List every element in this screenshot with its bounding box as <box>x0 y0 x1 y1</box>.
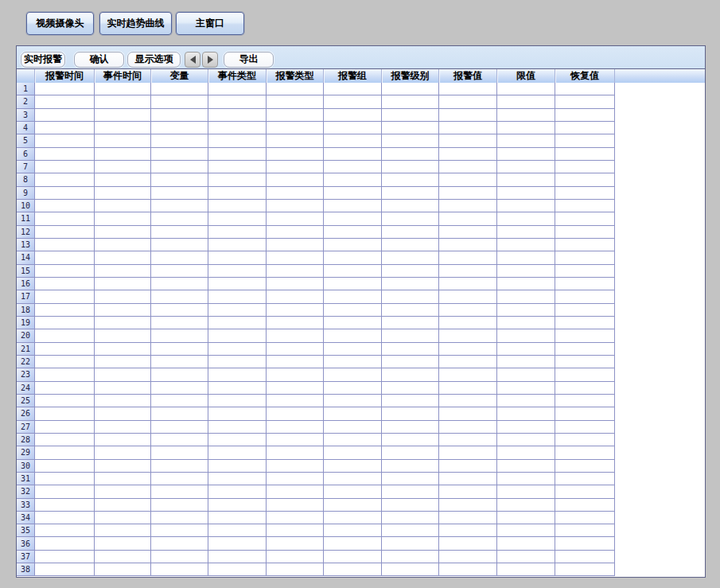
table-row[interactable]: 31 <box>17 473 705 485</box>
table-row[interactable]: 24 <box>17 382 705 395</box>
cell <box>151 290 208 303</box>
table-row[interactable]: 9 <box>17 187 705 200</box>
display-options-button[interactable]: 显示选项 <box>127 52 181 68</box>
cell <box>555 537 615 550</box>
table-row[interactable]: 18 <box>17 304 705 317</box>
cell <box>95 343 151 356</box>
table-row[interactable]: 38 <box>17 563 705 576</box>
cell <box>95 524 151 537</box>
table-row[interactable]: 29 <box>17 446 705 459</box>
cell <box>35 524 95 537</box>
cell <box>267 317 324 329</box>
cell <box>439 329 497 342</box>
row-filler <box>615 278 705 290</box>
cell <box>35 161 95 173</box>
table-row[interactable]: 32 <box>17 485 705 498</box>
cell <box>382 226 439 239</box>
cell <box>95 83 151 95</box>
cell <box>95 460 151 473</box>
table-row[interactable]: 10 <box>17 200 705 212</box>
row-number: 30 <box>17 460 35 473</box>
table-row[interactable]: 20 <box>17 329 705 342</box>
table-row[interactable]: 14 <box>17 251 705 264</box>
table-row[interactable]: 28 <box>17 434 705 446</box>
cell <box>151 265 208 278</box>
table-row[interactable]: 35 <box>17 524 705 537</box>
row-number: 20 <box>17 329 35 342</box>
cell <box>324 161 382 173</box>
table-row[interactable]: 3 <box>17 109 705 122</box>
cell <box>208 95 267 108</box>
column-header-9[interactable]: 限值 <box>497 69 555 83</box>
cell <box>439 226 497 239</box>
column-header-7[interactable]: 报警级别 <box>382 69 439 83</box>
table-row[interactable]: 7 <box>17 161 705 173</box>
cell <box>267 173 324 186</box>
table-row[interactable]: 36 <box>17 537 705 550</box>
table-row[interactable]: 33 <box>17 499 705 512</box>
table-row[interactable]: 25 <box>17 395 705 407</box>
cell <box>95 317 151 329</box>
cell <box>382 304 439 317</box>
table-row[interactable]: 16 <box>17 278 705 290</box>
realtime-alarm-button[interactable]: 实时报警 <box>21 52 65 68</box>
column-header-3[interactable]: 变量 <box>151 69 208 83</box>
cell <box>267 278 324 290</box>
cell <box>324 83 382 95</box>
table-row[interactable]: 11 <box>17 212 705 225</box>
table-row[interactable]: 37 <box>17 551 705 563</box>
export-button[interactable]: 导出 <box>224 52 274 68</box>
cell <box>555 395 615 407</box>
table-row[interactable]: 17 <box>17 290 705 303</box>
table-row[interactable]: 21 <box>17 343 705 356</box>
row-filler <box>615 212 705 225</box>
cell <box>267 473 324 485</box>
table-row[interactable]: 1 <box>17 83 705 95</box>
table-row[interactable]: 23 <box>17 368 705 381</box>
row-number: 4 <box>17 122 35 134</box>
row-filler <box>615 329 705 342</box>
table-row[interactable]: 2 <box>17 95 705 108</box>
table-row[interactable]: 8 <box>17 173 705 186</box>
table-row[interactable]: 5 <box>17 134 705 147</box>
table-row[interactable]: 13 <box>17 239 705 251</box>
cell <box>35 563 95 576</box>
table-row[interactable]: 30 <box>17 460 705 473</box>
previous-page-button[interactable] <box>185 52 200 68</box>
cell <box>208 485 267 498</box>
cell <box>555 304 615 317</box>
table-row[interactable]: 19 <box>17 317 705 329</box>
arrow-right-icon <box>208 56 213 64</box>
table-row[interactable]: 34 <box>17 512 705 524</box>
column-header-8[interactable]: 报警值 <box>439 69 497 83</box>
table-row[interactable]: 27 <box>17 421 705 434</box>
confirm-button[interactable]: 确认 <box>74 52 124 68</box>
cell <box>151 161 208 173</box>
cell <box>95 278 151 290</box>
video-camera-button[interactable]: 视频摄像头 <box>26 12 94 35</box>
cell <box>35 434 95 446</box>
cell <box>208 134 267 147</box>
next-page-button[interactable] <box>202 52 218 68</box>
cell <box>555 200 615 212</box>
realtime-trend-curve-button[interactable]: 实时趋势曲线 <box>99 12 172 35</box>
table-row[interactable]: 26 <box>17 407 705 420</box>
column-header-5[interactable]: 报警类型 <box>267 69 324 83</box>
column-header-4[interactable]: 事件类型 <box>208 69 267 83</box>
main-window-button[interactable]: 主窗口 <box>176 12 244 35</box>
table-row[interactable]: 6 <box>17 148 705 161</box>
column-header-10[interactable]: 恢复值 <box>555 69 615 83</box>
column-header-1[interactable]: 报警时间 <box>35 69 95 83</box>
row-number: 29 <box>17 446 35 459</box>
column-header-2[interactable]: 事件时间 <box>95 69 151 83</box>
table-row[interactable]: 15 <box>17 265 705 278</box>
table-row[interactable]: 12 <box>17 226 705 239</box>
table-row[interactable]: 22 <box>17 356 705 368</box>
cell <box>267 187 324 200</box>
cell <box>555 317 615 329</box>
cell <box>208 329 267 342</box>
table-row[interactable]: 4 <box>17 122 705 134</box>
column-header-6[interactable]: 报警组 <box>324 69 382 83</box>
cell <box>267 239 324 251</box>
row-number: 36 <box>17 537 35 550</box>
